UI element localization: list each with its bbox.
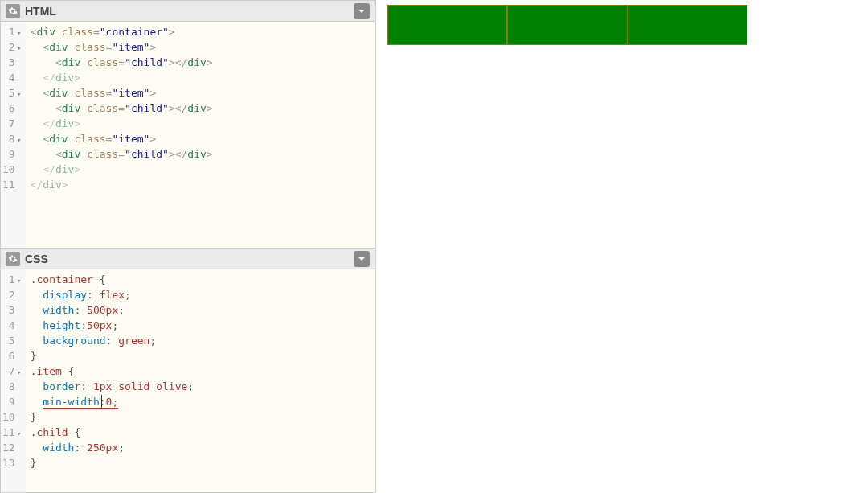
html-panel-header: HTML xyxy=(1,1,375,22)
html-panel: HTML 1▾2▾3 4 5▾6 7 8▾9 10 11 <div class=… xyxy=(0,0,375,249)
html-gutter: 1▾2▾3 4 5▾6 7 8▾9 10 11 xyxy=(1,22,26,248)
css-panel: CSS 1▾2 3 4 5 6 7▾8 9 10 11▾12 13 .conta… xyxy=(0,249,375,493)
gear-icon[interactable] xyxy=(6,4,20,18)
html-code-editor[interactable]: 1▾2▾3 4 5▾6 7 8▾9 10 11 <div class="cont… xyxy=(1,22,375,248)
css-panel-header: CSS xyxy=(1,249,375,269)
css-code-lines: .container { display: flex; width: 500px… xyxy=(26,269,375,492)
css-code-editor[interactable]: 1▾2 3 4 5 6 7▾8 9 10 11▾12 13 .container… xyxy=(1,269,375,492)
css-panel-title: CSS xyxy=(25,253,349,265)
chevron-down-icon[interactable] xyxy=(354,3,370,19)
preview-item xyxy=(628,5,747,45)
chevron-down-icon[interactable] xyxy=(354,251,370,267)
preview-container xyxy=(387,5,747,45)
html-code-lines: <div class="container"> <div class="item… xyxy=(26,22,375,248)
preview-item xyxy=(507,5,627,45)
html-panel-title: HTML xyxy=(25,5,349,18)
editor-column: HTML 1▾2▾3 4 5▾6 7 8▾9 10 11 <div class=… xyxy=(0,0,376,493)
preview-column xyxy=(376,0,868,493)
preview-item xyxy=(387,5,507,45)
gear-icon[interactable] xyxy=(6,252,20,266)
css-gutter: 1▾2 3 4 5 6 7▾8 9 10 11▾12 13 xyxy=(1,269,26,492)
